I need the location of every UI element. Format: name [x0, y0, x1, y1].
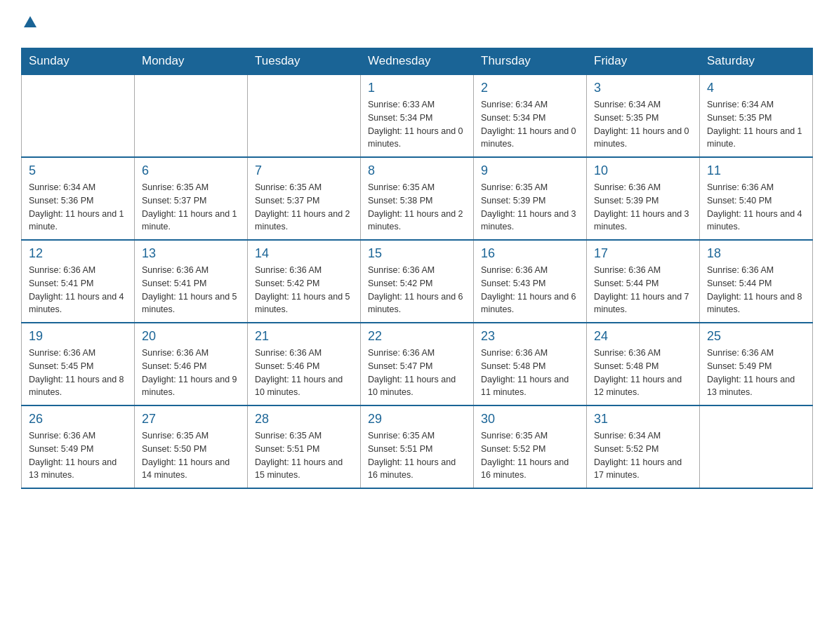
calendar-cell: 20Sunrise: 6:36 AM Sunset: 5:46 PM Dayli…: [135, 323, 248, 405]
day-number: 4: [707, 81, 805, 95]
weekday-header-saturday: Saturday: [700, 48, 813, 75]
day-number: 23: [481, 329, 579, 344]
weekday-header-wednesday: Wednesday: [361, 48, 474, 75]
day-number: 22: [368, 329, 466, 344]
day-info: Sunrise: 6:34 AM Sunset: 5:35 PM Dayligh…: [594, 98, 692, 151]
calendar-cell: 7Sunrise: 6:35 AM Sunset: 5:37 PM Daylig…: [248, 157, 361, 240]
calendar-cell: 5Sunrise: 6:34 AM Sunset: 5:36 PM Daylig…: [22, 157, 135, 240]
day-info: Sunrise: 6:35 AM Sunset: 5:50 PM Dayligh…: [142, 429, 240, 482]
calendar-cell: 19Sunrise: 6:36 AM Sunset: 5:45 PM Dayli…: [22, 323, 135, 405]
calendar-cell: 28Sunrise: 6:35 AM Sunset: 5:51 PM Dayli…: [248, 405, 361, 488]
day-number: 17: [594, 246, 692, 261]
calendar-cell: 25Sunrise: 6:36 AM Sunset: 5:49 PM Dayli…: [700, 323, 813, 405]
day-info: Sunrise: 6:36 AM Sunset: 5:44 PM Dayligh…: [594, 264, 692, 316]
calendar-cell: 6Sunrise: 6:35 AM Sunset: 5:37 PM Daylig…: [135, 157, 248, 240]
day-number: 28: [255, 412, 353, 427]
day-number: 1: [368, 81, 466, 95]
calendar-cell: 13Sunrise: 6:36 AM Sunset: 5:41 PM Dayli…: [135, 240, 248, 323]
day-number: 26: [29, 412, 127, 427]
calendar-cell: 14Sunrise: 6:36 AM Sunset: 5:42 PM Dayli…: [248, 240, 361, 323]
calendar-cell: 16Sunrise: 6:36 AM Sunset: 5:43 PM Dayli…: [474, 240, 587, 323]
calendar-cell: 18Sunrise: 6:36 AM Sunset: 5:44 PM Dayli…: [700, 240, 813, 323]
day-number: 24: [594, 329, 692, 344]
calendar-cell: 31Sunrise: 6:34 AM Sunset: 5:52 PM Dayli…: [587, 405, 700, 488]
day-number: 19: [29, 329, 127, 344]
calendar-table: SundayMondayTuesdayWednesdayThursdayFrid…: [21, 48, 813, 489]
day-info: Sunrise: 6:34 AM Sunset: 5:52 PM Dayligh…: [594, 429, 692, 482]
day-info: Sunrise: 6:36 AM Sunset: 5:49 PM Dayligh…: [707, 347, 805, 399]
calendar-cell: 10Sunrise: 6:36 AM Sunset: 5:39 PM Dayli…: [587, 157, 700, 240]
day-info: Sunrise: 6:35 AM Sunset: 5:52 PM Dayligh…: [481, 429, 579, 482]
day-info: Sunrise: 6:36 AM Sunset: 5:41 PM Dayligh…: [142, 264, 240, 316]
weekday-header-monday: Monday: [135, 48, 248, 75]
day-number: 21: [255, 329, 353, 344]
calendar-cell: 24Sunrise: 6:36 AM Sunset: 5:48 PM Dayli…: [587, 323, 700, 405]
day-info: Sunrise: 6:35 AM Sunset: 5:51 PM Dayligh…: [255, 429, 353, 482]
weekday-header-row: SundayMondayTuesdayWednesdayThursdayFrid…: [22, 48, 813, 75]
day-number: 3: [594, 81, 692, 95]
calendar-cell: 29Sunrise: 6:35 AM Sunset: 5:51 PM Dayli…: [361, 405, 474, 488]
day-info: Sunrise: 6:34 AM Sunset: 5:36 PM Dayligh…: [29, 181, 127, 234]
calendar-cell: 11Sunrise: 6:36 AM Sunset: 5:40 PM Dayli…: [700, 157, 813, 240]
day-number: 31: [594, 412, 692, 427]
day-info: Sunrise: 6:36 AM Sunset: 5:46 PM Dayligh…: [142, 347, 240, 399]
day-number: 9: [481, 163, 579, 178]
day-number: 12: [29, 246, 127, 261]
day-info: Sunrise: 6:36 AM Sunset: 5:49 PM Dayligh…: [29, 429, 127, 482]
day-info: Sunrise: 6:34 AM Sunset: 5:34 PM Dayligh…: [481, 98, 579, 151]
day-info: Sunrise: 6:35 AM Sunset: 5:37 PM Dayligh…: [255, 181, 353, 234]
weekday-header-tuesday: Tuesday: [248, 48, 361, 75]
day-number: 5: [29, 163, 127, 178]
day-number: 6: [142, 163, 240, 178]
calendar-cell: 3Sunrise: 6:34 AM Sunset: 5:35 PM Daylig…: [587, 74, 700, 157]
day-number: 11: [707, 163, 805, 178]
calendar-cell: 27Sunrise: 6:35 AM Sunset: 5:50 PM Dayli…: [135, 405, 248, 488]
calendar-week-row: 5Sunrise: 6:34 AM Sunset: 5:36 PM Daylig…: [22, 157, 813, 240]
day-number: 16: [481, 246, 579, 261]
day-number: 7: [255, 163, 353, 178]
day-info: Sunrise: 6:36 AM Sunset: 5:40 PM Dayligh…: [707, 181, 805, 234]
calendar-cell: 17Sunrise: 6:36 AM Sunset: 5:44 PM Dayli…: [587, 240, 700, 323]
calendar-cell: 21Sunrise: 6:36 AM Sunset: 5:46 PM Dayli…: [248, 323, 361, 405]
day-info: Sunrise: 6:33 AM Sunset: 5:34 PM Dayligh…: [368, 98, 466, 151]
day-info: Sunrise: 6:35 AM Sunset: 5:38 PM Dayligh…: [368, 181, 466, 234]
day-info: Sunrise: 6:36 AM Sunset: 5:39 PM Dayligh…: [594, 181, 692, 234]
calendar-cell: [700, 405, 813, 488]
calendar-cell: [135, 74, 248, 157]
weekday-header-sunday: Sunday: [22, 48, 135, 75]
calendar-cell: [22, 74, 135, 157]
day-info: Sunrise: 6:36 AM Sunset: 5:46 PM Dayligh…: [255, 347, 353, 399]
day-number: 10: [594, 163, 692, 178]
day-number: 8: [368, 163, 466, 178]
calendar-cell: 2Sunrise: 6:34 AM Sunset: 5:34 PM Daylig…: [474, 74, 587, 157]
calendar-cell: 9Sunrise: 6:35 AM Sunset: 5:39 PM Daylig…: [474, 157, 587, 240]
svg-marker-0: [24, 16, 37, 27]
calendar-cell: 22Sunrise: 6:36 AM Sunset: 5:47 PM Dayli…: [361, 323, 474, 405]
day-number: 29: [368, 412, 466, 427]
day-info: Sunrise: 6:36 AM Sunset: 5:44 PM Dayligh…: [707, 264, 805, 316]
day-number: 14: [255, 246, 353, 261]
day-number: 27: [142, 412, 240, 427]
calendar-cell: [248, 74, 361, 157]
day-info: Sunrise: 6:36 AM Sunset: 5:43 PM Dayligh…: [481, 264, 579, 316]
day-info: Sunrise: 6:36 AM Sunset: 5:48 PM Dayligh…: [481, 347, 579, 399]
calendar-week-row: 12Sunrise: 6:36 AM Sunset: 5:41 PM Dayli…: [22, 240, 813, 323]
day-info: Sunrise: 6:35 AM Sunset: 5:51 PM Dayligh…: [368, 429, 466, 482]
day-number: 20: [142, 329, 240, 344]
calendar-cell: 1Sunrise: 6:33 AM Sunset: 5:34 PM Daylig…: [361, 74, 474, 157]
calendar-cell: 15Sunrise: 6:36 AM Sunset: 5:42 PM Dayli…: [361, 240, 474, 323]
page-header: [21, 14, 813, 34]
day-info: Sunrise: 6:36 AM Sunset: 5:48 PM Dayligh…: [594, 347, 692, 399]
day-number: 30: [481, 412, 579, 427]
weekday-header-friday: Friday: [587, 48, 700, 75]
calendar-week-row: 19Sunrise: 6:36 AM Sunset: 5:45 PM Dayli…: [22, 323, 813, 405]
day-number: 15: [368, 246, 466, 261]
logo-triangle-icon: [22, 15, 38, 30]
calendar-cell: 8Sunrise: 6:35 AM Sunset: 5:38 PM Daylig…: [361, 157, 474, 240]
day-info: Sunrise: 6:36 AM Sunset: 5:41 PM Dayligh…: [29, 264, 127, 316]
calendar-cell: 12Sunrise: 6:36 AM Sunset: 5:41 PM Dayli…: [22, 240, 135, 323]
day-number: 2: [481, 81, 579, 95]
day-info: Sunrise: 6:35 AM Sunset: 5:39 PM Dayligh…: [481, 181, 579, 234]
calendar-week-row: 26Sunrise: 6:36 AM Sunset: 5:49 PM Dayli…: [22, 405, 813, 488]
day-number: 18: [707, 246, 805, 261]
